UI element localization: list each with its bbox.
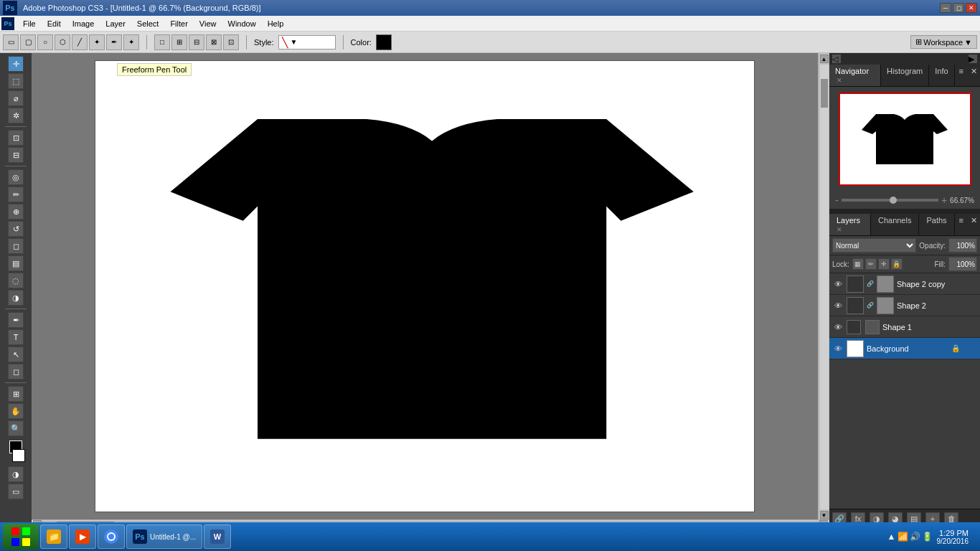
layer-item-background[interactable]: 👁 Background 🔒 <box>829 338 980 359</box>
layer-eye-shape1[interactable]: 👁 <box>832 321 844 333</box>
blend-mode-select[interactable]: Normal <box>832 238 916 253</box>
layer-item-shape2[interactable]: 👁 🔗 Shape 2 <box>829 295 980 316</box>
taskbar-app-explorer[interactable]: 📁 <box>40 524 67 549</box>
nav-panel-menu[interactable]: ≡ <box>955 65 968 86</box>
path-op-3[interactable]: ⊟ <box>189 34 204 50</box>
path-op-4[interactable]: ⊠ <box>206 34 222 50</box>
menu-layer[interactable]: Layer <box>100 18 131 29</box>
network-icon[interactable]: 📶 <box>897 532 908 542</box>
lock-all-btn[interactable]: 🔒 <box>891 258 903 270</box>
menu-file[interactable]: File <box>17 18 42 29</box>
shape-tool-btn-6[interactable]: ✦ <box>89 34 105 50</box>
menu-help[interactable]: Help <box>262 18 290 29</box>
tab-info[interactable]: Info <box>929 65 954 86</box>
tool-pen[interactable]: ✒ <box>8 312 24 328</box>
taskbar-clock[interactable]: 1:29 PM 9/20/2016 <box>937 529 975 545</box>
tool-history[interactable]: ↺ <box>8 221 24 237</box>
tool-brush[interactable]: ✏ <box>8 187 24 202</box>
tool-type[interactable]: T <box>8 329 24 345</box>
shape-tool-btn-3[interactable]: ○ <box>37 34 53 50</box>
tray-icon-1[interactable]: ▲ <box>887 532 896 542</box>
tool-crop[interactable]: ⊡ <box>8 130 24 146</box>
canvas-area[interactable] <box>32 53 818 519</box>
tool-screen-mode[interactable]: ▭ <box>8 484 24 499</box>
tab-channels[interactable]: Channels <box>871 214 919 235</box>
layers-tab-close-x[interactable]: ✕ <box>837 226 842 233</box>
tool-zoom[interactable]: 🔍 <box>8 420 24 436</box>
layer-eye-shape2copy[interactable]: 👁 <box>832 278 844 290</box>
tab-layers[interactable]: Layers ✕ <box>829 214 871 235</box>
menu-window[interactable]: Window <box>222 18 262 29</box>
layer-item-shape1[interactable]: 👁 Shape 1 <box>829 316 980 338</box>
v-scroll-thumb[interactable] <box>821 79 828 108</box>
opacity-input[interactable] <box>948 238 977 253</box>
tab-navigator[interactable]: Navigator ✕ <box>829 65 881 86</box>
lock-image-btn[interactable]: ✏ <box>865 258 877 270</box>
tool-shape[interactable]: ◻ <box>8 364 24 380</box>
taskbar-app-word[interactable]: W <box>204 524 231 549</box>
restore-button[interactable]: ◻ <box>953 3 964 13</box>
vertical-scrollbar[interactable]: ▲ ▼ <box>818 53 829 519</box>
layers-panel-close[interactable]: ✕ <box>968 214 980 235</box>
zoom-track[interactable] <box>842 199 938 202</box>
tool-move[interactable]: ✛ <box>8 56 24 72</box>
zoom-out-icon[interactable]: - <box>835 194 839 206</box>
tool-hand[interactable]: ✋ <box>8 403 24 419</box>
menu-edit[interactable]: Edit <box>42 18 67 29</box>
lock-transparent-btn[interactable]: ▦ <box>852 258 864 270</box>
tool-healing[interactable]: ◎ <box>8 169 24 185</box>
tool-blur[interactable]: ◌ <box>8 273 24 288</box>
shape-tool-btn-1[interactable]: ▭ <box>3 34 19 50</box>
zoom-in-icon[interactable]: + <box>941 194 947 206</box>
tool-3d[interactable]: ⊞ <box>8 386 24 402</box>
taskbar-app-chrome[interactable] <box>98 524 125 549</box>
shape-tool-btn-5[interactable]: ╱ <box>72 34 88 50</box>
tab-paths[interactable]: Paths <box>919 214 954 235</box>
shape-tool-btn-4[interactable]: ⬡ <box>55 34 70 50</box>
volume-icon[interactable]: 🔊 <box>910 532 920 542</box>
tab-histogram[interactable]: Histogram <box>881 65 929 86</box>
tool-eraser[interactable]: ◻ <box>8 238 24 254</box>
layer-item-shape2copy[interactable]: 👁 🔗 Shape 2 copy <box>829 273 980 295</box>
tool-gradient[interactable]: ▤ <box>8 255 24 271</box>
path-op-2[interactable]: ⊞ <box>171 34 187 50</box>
tool-magic-wand[interactable]: ✲ <box>8 108 24 123</box>
start-button[interactable] <box>3 524 39 550</box>
workspace-button[interactable]: ⊞ Workspace ▼ <box>910 35 977 49</box>
path-op-5[interactable]: ⊡ <box>223 34 239 50</box>
shape-tool-btn-2[interactable]: ▢ <box>20 34 36 50</box>
background-color[interactable] <box>12 449 25 462</box>
zoom-thumb[interactable] <box>890 197 897 204</box>
tool-marquee[interactable]: ⬚ <box>8 73 24 89</box>
layer-eye-shape2[interactable]: 👁 <box>832 300 844 311</box>
panel-collapse-btn[interactable]: ◁ <box>832 55 841 63</box>
layers-panel-menu[interactable]: ≡ <box>955 214 968 235</box>
menu-filter[interactable]: Filter <box>164 18 193 29</box>
style-dropdown[interactable]: ╲ ▼ <box>278 35 336 50</box>
shape-tool-btn-8[interactable]: ✦ <box>123 34 139 50</box>
nav-panel-close[interactable]: ✕ <box>968 65 980 86</box>
taskbar-app-media[interactable]: ▶ <box>69 524 96 549</box>
path-op-1[interactable]: □ <box>154 34 170 50</box>
tool-clone[interactable]: ⊕ <box>8 204 24 220</box>
menu-view[interactable]: View <box>194 18 222 29</box>
tool-slice[interactable]: ⊟ <box>8 147 24 163</box>
menu-select[interactable]: Select <box>131 18 165 29</box>
layer-eye-background[interactable]: 👁 <box>832 343 844 354</box>
v-scroll-down[interactable]: ▼ <box>820 511 829 519</box>
color-swatch[interactable] <box>376 34 392 50</box>
lock-position-btn[interactable]: ✛ <box>878 258 890 270</box>
close-button[interactable]: ✕ <box>966 3 977 13</box>
minimize-button[interactable]: ─ <box>940 3 951 13</box>
tool-dodge[interactable]: ◑ <box>8 290 24 306</box>
menu-image[interactable]: Image <box>67 18 100 29</box>
tool-quick-mask[interactable]: ◑ <box>8 466 24 482</box>
fill-input[interactable] <box>948 257 977 271</box>
tool-lasso[interactable]: ⌀ <box>8 90 24 106</box>
panel-expand-btn[interactable]: ▶ <box>969 55 977 63</box>
battery-icon[interactable]: 🔋 <box>922 532 933 542</box>
nav-tab-close[interactable]: ✕ <box>837 77 842 84</box>
taskbar-app-photoshop[interactable]: Ps Untitled-1 @... <box>126 524 202 549</box>
shape-tool-btn-7[interactable]: ✒ <box>106 34 122 50</box>
tool-path-selection[interactable]: ↖ <box>8 347 24 362</box>
